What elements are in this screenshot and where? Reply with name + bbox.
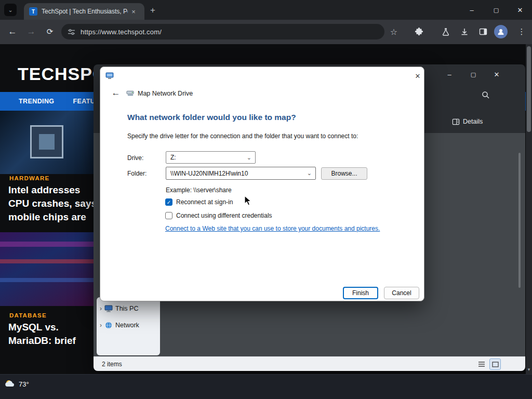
folder-label: Folder: <box>127 170 147 177</box>
browser-maximize-button[interactable]: ▢ <box>487 1 505 19</box>
browser-close-button[interactable]: ✕ <box>511 1 529 19</box>
chevron-right-icon[interactable]: › <box>100 305 102 312</box>
credentials-label[interactable]: Connect using different credentials <box>176 212 272 219</box>
explorer-search-icon[interactable] <box>479 88 493 102</box>
tab-search-icon[interactable]: ⌄ <box>4 4 17 16</box>
browser-menu-icon[interactable]: ⋮ <box>516 26 527 37</box>
dialog-title: Map Network Drive <box>138 90 193 97</box>
bookmark-star-icon[interactable]: ☆ <box>388 26 400 37</box>
checkbox-checked[interactable]: ✓ <box>165 198 172 206</box>
browser-tab[interactable]: T TechSpot | Tech Enthusiasts, Po × <box>24 3 144 20</box>
url-text: https://www.techspot.com/ <box>81 28 162 36</box>
weather-icon <box>4 379 16 389</box>
weather-widget[interactable]: 73° <box>4 379 29 389</box>
side-panel-icon[interactable] <box>477 26 489 37</box>
details-button[interactable]: Details <box>452 115 483 128</box>
chevron-down-icon[interactable]: ⌄ <box>247 154 251 161</box>
folder-value: \\WIN-UJ20NIMH12H\win10 <box>170 170 248 177</box>
browser-tab-strip: ⌄ T TechSpot | Tech Enthusiasts, Po × + … <box>0 0 532 20</box>
sidebar-label: Network <box>115 322 139 329</box>
drive-value: Z: <box>170 154 176 161</box>
browser-minimize-button[interactable]: – <box>463 1 481 19</box>
dialog-app-icon <box>105 72 114 80</box>
article-image-cpu[interactable] <box>0 111 94 174</box>
explorer-scrollbar[interactable] <box>518 153 521 288</box>
extensions-puzzle-icon[interactable] <box>413 26 424 37</box>
details-label: Details <box>463 118 483 125</box>
favicon-letter: T <box>32 9 35 15</box>
nav-item-trending[interactable]: TRENDING <box>19 98 54 105</box>
web-storage-link[interactable]: Connect to a Web site that you can use t… <box>165 225 380 232</box>
labs-flask-icon[interactable] <box>440 26 451 37</box>
profile-avatar[interactable] <box>494 25 508 38</box>
map-network-drive-dialog: ✕ ← Map Network Drive What network folde… <box>100 66 424 301</box>
finish-button[interactable]: Finish <box>343 287 378 299</box>
explorer-minimize-button[interactable]: – <box>441 65 458 83</box>
forward-icon[interactable]: → <box>24 24 38 39</box>
browser-toolbar: ← → ⟳ https://www.techspot.com/ ☆ ⋮ <box>0 20 532 44</box>
reload-icon[interactable]: ⟳ <box>43 24 57 39</box>
address-bar[interactable]: https://www.techspot.com/ <box>61 24 384 39</box>
drive-label: Drive: <box>127 154 143 162</box>
details-pane-icon <box>452 118 460 126</box>
thumbnail-view-icon[interactable] <box>489 358 501 370</box>
this-pc-icon <box>104 305 113 312</box>
dialog-heading: What network folder would you like to ma… <box>127 113 296 122</box>
checkbox-unchecked[interactable] <box>165 212 172 219</box>
navigation-pane: › This PC › Network <box>97 297 160 355</box>
site-info-icon[interactable] <box>68 28 75 36</box>
back-icon[interactable]: ← <box>5 24 20 39</box>
items-count: 2 items <box>102 361 122 368</box>
page-scrollbar[interactable]: ▾ <box>526 44 532 374</box>
chevron-down-icon[interactable]: ⌄ <box>307 170 312 177</box>
chevron-right-icon[interactable]: › <box>100 322 102 329</box>
explorer-close-button[interactable]: ✕ <box>488 65 506 83</box>
dialog-close-button[interactable]: ✕ <box>411 70 424 82</box>
sidebar-label: This PC <box>115 305 138 312</box>
download-icon[interactable] <box>459 26 470 37</box>
credentials-checkbox-row: Connect using different credentials <box>165 212 272 219</box>
scrollbar-thumb[interactable] <box>527 46 531 132</box>
mouse-cursor <box>244 195 252 208</box>
favicon: T <box>29 7 37 16</box>
explorer-maximize-button[interactable]: ▢ <box>464 65 482 83</box>
scrollbar-down-icon[interactable]: ▾ <box>526 365 532 374</box>
tab-title: TechSpot | Tech Enthusiasts, Po <box>42 8 128 15</box>
explorer-status-bar: 2 items <box>94 356 525 371</box>
map-drive-icon <box>126 89 135 97</box>
article-image-database[interactable] <box>0 232 94 306</box>
new-tab-button[interactable]: + <box>148 5 158 16</box>
example-text: Example: \\server\share <box>166 187 232 194</box>
article-headline[interactable]: Intel addresses CPU crashes, says mobile… <box>8 183 101 225</box>
list-view-icon[interactable] <box>476 359 487 369</box>
cancel-button[interactable]: Cancel <box>384 287 419 299</box>
reconnect-label[interactable]: Reconnect at sign-in <box>176 198 233 206</box>
browse-button[interactable]: Browse... <box>321 167 367 180</box>
article-headline[interactable]: MySQL vs. MariaDB: brief comparison guid… <box>8 321 101 350</box>
dialog-description: Specify the drive letter for the connect… <box>127 132 358 140</box>
tab-close-icon[interactable]: × <box>129 7 138 16</box>
screen: ⌄ T TechSpot | Tech Enthusiasts, Po × + … <box>0 0 532 399</box>
dialog-back-button[interactable]: ← <box>109 86 123 100</box>
chevron-down-icon: ⌄ <box>8 7 12 14</box>
folder-combobox[interactable]: \\WIN-UJ20NIMH12H\win10 ⌄ <box>166 167 316 180</box>
reconnect-checkbox-row: ✓ Reconnect at sign-in <box>165 198 233 206</box>
sidebar-item-network[interactable]: › Network <box>100 319 139 331</box>
taskbar: 73° Y ∧ <box>0 374 532 399</box>
drive-dropdown[interactable]: Z: ⌄ <box>166 151 256 164</box>
article-category[interactable]: DATABASE <box>9 312 47 318</box>
article-category[interactable]: HARDWARE <box>9 175 49 181</box>
sidebar-item-this-pc[interactable]: › This PC <box>100 302 138 315</box>
network-icon <box>104 322 113 329</box>
temperature-text: 73° <box>19 380 29 388</box>
